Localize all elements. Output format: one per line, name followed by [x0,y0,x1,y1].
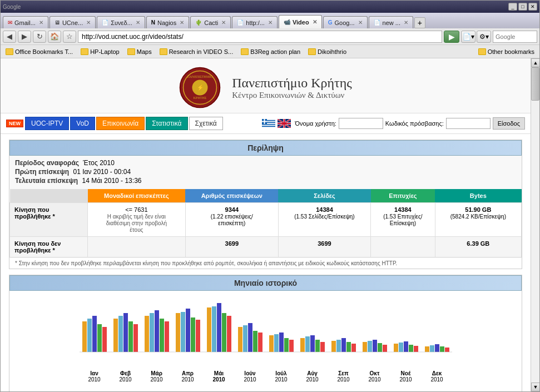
month-label-apr: Απρ2010 [172,370,204,383]
svg-rect-31 [123,313,128,352]
tab-new-close[interactable]: ✕ [404,19,408,26]
new-icon: 📄 [374,19,380,26]
greek-flag[interactable] [262,119,275,128]
back-button[interactable]: ◀ [3,31,16,43]
folder-icon [127,48,135,55]
tab-video-close[interactable]: ✕ [313,19,317,25]
scrollbar[interactable]: ▲ ▼ [531,58,539,391]
row-not-shown-pages: 3699 [278,237,370,257]
google-search-input[interactable] [493,31,537,43]
minimize-button[interactable]: _ [508,3,517,11]
svg-text:⚡: ⚡ [197,84,204,91]
svg-rect-82 [440,346,444,352]
table-row-not-shown: Κίνηση που δεν προβλήθηκε * 3699 3699 6.… [10,237,522,257]
http-icon: 📄 [237,19,244,26]
svg-text:ΠΑΝΕΠΙΣΤΗΜΙΟ: ΠΑΝΕΠΙΣΤΗΜΙΟ [187,75,214,78]
tab-ucnet-close[interactable]: ✕ [86,19,91,26]
svg-rect-81 [435,344,439,352]
login-button[interactable]: Είσοδος [493,117,525,130]
forward-button[interactable]: ▶ [18,31,31,43]
summary-meta: Περίοδος αναφοράς Έτος 2010 Πρώτη επίσκε… [9,156,522,189]
ucnet-icon: 🖥 [55,19,60,26]
svg-rect-11 [262,127,275,128]
tab-video-label: Video [293,19,309,26]
svg-rect-34 [145,316,149,352]
bookmark-research[interactable]: Research in VIDEO S... [157,47,236,56]
svg-rect-69 [363,342,367,352]
tab-http-close[interactable]: ✕ [268,19,273,26]
row-not-shown-visitors [88,237,186,257]
svg-rect-62 [315,340,320,352]
tab-cacti-label: Cacti [204,19,218,26]
tools-button[interactable]: ⚙▾ [477,31,491,43]
svg-rect-63 [320,342,325,352]
nav-tab-uoc-iptv[interactable]: UOC-IPTV [25,117,69,130]
svg-rect-74 [394,344,398,352]
nav-new-badge[interactable]: NEW [6,120,23,127]
tab-synedrio[interactable]: 📄 Συνεδ... ✕ [97,16,145,28]
svg-rect-66 [341,338,346,352]
tab-new[interactable]: 📄 new ... ✕ [369,16,413,28]
scroll-up-button[interactable]: ▲ [531,58,539,67]
svg-rect-71 [373,340,377,352]
tab-nagios-close[interactable]: ✕ [180,19,184,26]
scroll-thumb[interactable] [531,67,539,101]
tab-nagios[interactable]: N Nagios ✕ [146,16,189,28]
home-button[interactable]: 🏠 [48,31,61,43]
svg-rect-36 [155,310,159,352]
window-controls[interactable]: _ □ ✕ [508,3,537,11]
svg-rect-27 [97,324,102,352]
bookmark-button[interactable]: ☆ [63,31,76,43]
tab-google-label: Goog... [334,19,354,26]
go-button[interactable]: ▶ [444,31,459,43]
svg-rect-25 [87,319,92,352]
scroll-track[interactable] [531,67,539,383]
tab-nagios-label: Nagios [157,19,176,26]
stats-table: Μοναδικοί επισκέπτες Αριθμός επισκέψεων … [9,189,522,257]
summary-footnote: * Στην κίνηση που δεν προβλήθηκε περιλαμ… [9,257,522,269]
scroll-down-button[interactable]: ▼ [531,383,539,391]
password-input[interactable] [446,118,491,129]
page-menu-button[interactable]: 📄▾ [461,31,475,43]
new-tab-button[interactable]: + [414,17,425,28]
tab-google-close[interactable]: ✕ [358,19,363,26]
svg-rect-49 [238,327,242,352]
tab-http[interactable]: 📄 http:/... ✕ [232,16,278,28]
bookmark-hp[interactable]: HP-Laptop [78,47,122,56]
tab-gmail-close[interactable]: ✕ [39,19,43,26]
username-input[interactable] [339,118,383,129]
bookmark-other[interactable]: Other bookmarks [475,47,537,56]
close-button[interactable]: ✕ [528,3,537,11]
nav-tab-about[interactable]: Σχετικά [189,117,223,130]
tab-google[interactable]: G Goog... ✕ [323,16,368,28]
col-visitors: Μοναδικοί επισκέπτες [88,189,186,203]
tab-cacti[interactable]: 🌵 Cacti ✕ [190,16,231,28]
tab-video[interactable]: 📹 Video ✕ [279,15,322,28]
first-visit-row: Πρώτη επίσκεψη 01 Ιαν 2010 - 00:04 [15,168,516,176]
month-label-aug: Αύγ2010 [297,370,328,383]
bookmark-dikoihthrio[interactable]: Dikoihthrio [305,47,349,56]
period-row: Περίοδος αναφοράς Έτος 2010 [15,159,516,167]
tab-ucnet[interactable]: 🖥 UCne... ✕ [49,16,96,28]
nav-tab-stats[interactable]: Στατιστικά [146,117,187,130]
nav-tab-contact[interactable]: Επικοινωνία [96,117,145,130]
svg-rect-55 [274,334,279,352]
site-navigation: NEW UOC-IPTV VoD Επικοινωνία Στατιστικά … [1,113,531,134]
uk-flag[interactable] [278,119,291,128]
tab-cacti-close[interactable]: ✕ [221,19,226,26]
maximize-button[interactable]: □ [518,3,527,11]
first-visit-value: 01 Ιαν 2010 - 00:04 [73,168,131,176]
period-label: Περίοδος αναφοράς [15,159,79,167]
bookmark-b3reg-label: B3Reg action plan [250,48,300,55]
bookmark-office[interactable]: Office Bookmarks T... [3,47,76,56]
svg-rect-78 [414,346,418,352]
reload-button[interactable]: ↻ [33,31,46,43]
address-bar[interactable] [78,31,442,43]
tab-http-label: http:/... [246,19,265,26]
tab-gmail[interactable]: ✉ Gmail... ✕ [3,16,48,28]
nav-tab-vod[interactable]: VoD [70,117,95,130]
bookmark-maps[interactable]: Maps [125,47,155,56]
tab-synedrio-close[interactable]: ✕ [136,19,140,26]
svg-rect-26 [92,316,97,352]
bookmark-b3reg[interactable]: B3Reg action plan [238,47,303,56]
